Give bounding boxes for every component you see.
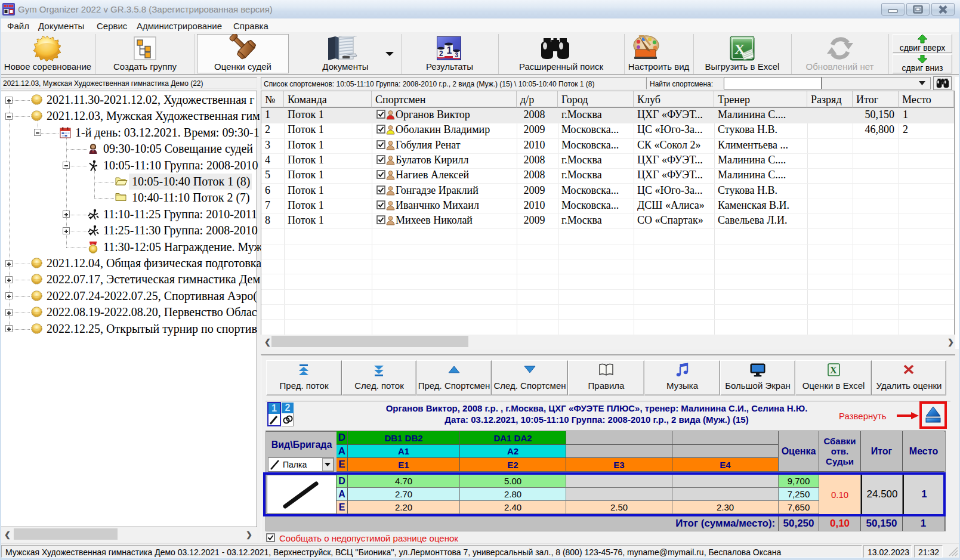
svg-text:2: 2 — [439, 49, 443, 58]
svg-text:3: 3 — [455, 52, 459, 58]
svg-text:1: 1 — [447, 45, 452, 55]
svg-text:X: X — [734, 41, 745, 57]
svg-text:X: X — [830, 365, 837, 375]
